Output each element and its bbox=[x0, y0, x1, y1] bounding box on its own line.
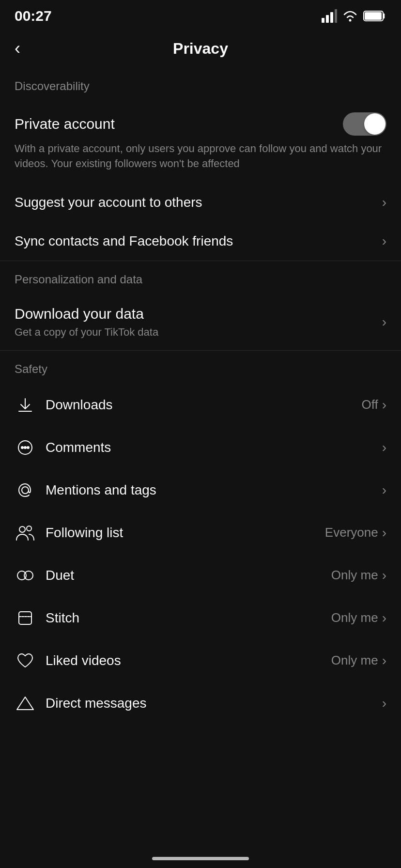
status-time: 00:27 bbox=[15, 8, 52, 24]
discoverability-section-label: Discoverability bbox=[0, 68, 401, 101]
sync-contacts-row[interactable]: Sync contacts and Facebook friends › bbox=[0, 222, 401, 261]
following-list-row[interactable]: Following list Everyone › bbox=[0, 512, 401, 554]
mentions-row[interactable]: Mentions and tags › bbox=[0, 469, 401, 512]
liked-videos-chevron: › bbox=[382, 653, 386, 668]
page-title: Privacy bbox=[173, 40, 228, 58]
svg-marker-17 bbox=[17, 697, 33, 710]
svg-point-15 bbox=[24, 571, 33, 580]
svg-point-11 bbox=[22, 487, 29, 494]
status-bar: 00:27 bbox=[0, 0, 401, 29]
svg-point-4 bbox=[349, 19, 352, 22]
downloads-chevron: › bbox=[382, 397, 386, 413]
liked-videos-value: Only me bbox=[331, 653, 378, 668]
download-data-title: Download your data bbox=[15, 306, 158, 322]
personalization-section-label: Personalization and data bbox=[0, 261, 401, 294]
svg-rect-3 bbox=[335, 9, 337, 23]
duet-icon bbox=[15, 565, 36, 586]
stitch-chevron: › bbox=[382, 610, 386, 626]
svg-point-9 bbox=[24, 447, 26, 449]
svg-point-12 bbox=[19, 527, 25, 532]
following-list-value: Everyone bbox=[325, 525, 378, 540]
mentions-label: Mentions and tags bbox=[46, 482, 156, 498]
signal-icon bbox=[322, 9, 337, 23]
duet-chevron: › bbox=[382, 568, 386, 583]
suggest-account-chevron: › bbox=[382, 195, 386, 210]
battery-icon bbox=[363, 10, 386, 22]
stitch-icon bbox=[15, 607, 36, 629]
duet-value: Only me bbox=[331, 568, 378, 583]
duet-label: Duet bbox=[46, 568, 74, 583]
svg-rect-0 bbox=[322, 18, 324, 23]
back-button[interactable]: ‹ bbox=[15, 38, 20, 59]
duet-row[interactable]: Duet Only me › bbox=[0, 554, 401, 597]
download-data-row[interactable]: Download your data Get a copy of your Ti… bbox=[0, 294, 401, 350]
wifi-icon bbox=[342, 9, 358, 23]
downloads-row[interactable]: Downloads Off › bbox=[0, 384, 401, 426]
mention-icon bbox=[15, 480, 36, 501]
suggest-account-row[interactable]: Suggest your account to others › bbox=[0, 183, 401, 222]
sync-contacts-label: Sync contacts and Facebook friends bbox=[15, 233, 233, 249]
direct-messages-chevron: › bbox=[382, 696, 386, 711]
page-header: ‹ Privacy bbox=[0, 29, 401, 68]
comments-label: Comments bbox=[46, 440, 111, 455]
home-indicator bbox=[152, 857, 249, 860]
liked-videos-label: Liked videos bbox=[46, 653, 121, 668]
message-icon bbox=[15, 693, 36, 714]
downloads-label: Downloads bbox=[46, 397, 113, 413]
svg-rect-1 bbox=[326, 15, 329, 23]
following-list-chevron: › bbox=[382, 525, 386, 541]
svg-rect-6 bbox=[365, 12, 382, 20]
stitch-label: Stitch bbox=[46, 610, 79, 626]
comments-row[interactable]: Comments › bbox=[0, 426, 401, 469]
toggle-knob bbox=[364, 113, 386, 135]
comments-chevron: › bbox=[382, 440, 386, 455]
heart-icon bbox=[15, 650, 36, 671]
people-icon bbox=[15, 522, 36, 543]
private-account-title: Private account bbox=[15, 116, 115, 132]
liked-videos-row[interactable]: Liked videos Only me › bbox=[0, 639, 401, 682]
svg-point-13 bbox=[27, 526, 31, 531]
downloads-value: Off bbox=[361, 397, 378, 412]
stitch-value: Only me bbox=[331, 610, 378, 625]
svg-point-10 bbox=[27, 447, 29, 449]
private-account-description: With a private account, only users you a… bbox=[15, 142, 382, 170]
safety-section-label: Safety bbox=[0, 351, 401, 384]
following-list-label: Following list bbox=[46, 525, 123, 541]
comment-icon bbox=[15, 437, 36, 458]
status-icons bbox=[322, 9, 386, 23]
suggest-account-label: Suggest your account to others bbox=[15, 195, 202, 210]
sync-contacts-chevron: › bbox=[382, 233, 386, 249]
svg-point-8 bbox=[21, 447, 23, 449]
download-data-chevron: › bbox=[382, 314, 386, 330]
download-icon bbox=[15, 394, 36, 416]
svg-rect-2 bbox=[330, 12, 333, 23]
direct-messages-row[interactable]: Direct messages › bbox=[0, 682, 401, 725]
private-account-toggle[interactable] bbox=[343, 112, 386, 136]
mentions-chevron: › bbox=[382, 482, 386, 498]
svg-rect-16 bbox=[19, 612, 31, 624]
stitch-row[interactable]: Stitch Only me › bbox=[0, 597, 401, 639]
direct-messages-label: Direct messages bbox=[46, 696, 147, 711]
download-data-desc: Get a copy of your TikTok data bbox=[15, 326, 158, 339]
private-account-section: Private account With a private account, … bbox=[0, 101, 401, 183]
